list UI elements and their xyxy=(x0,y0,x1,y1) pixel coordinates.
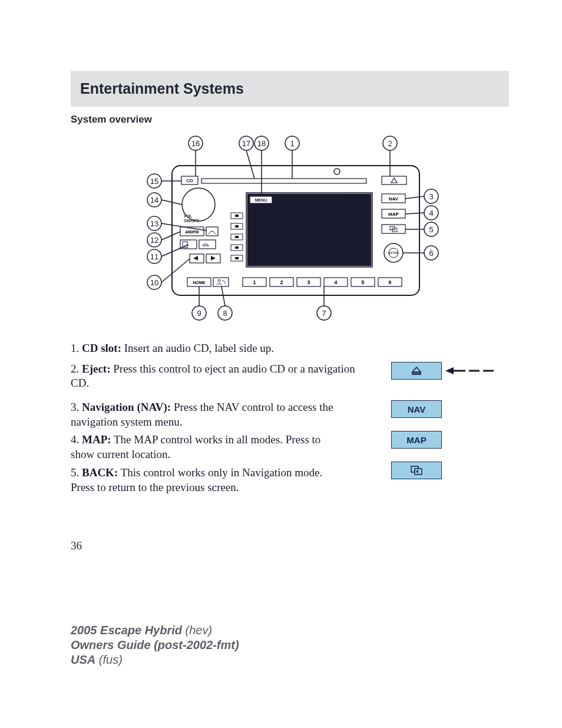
svg-line-102 xyxy=(222,286,225,306)
svg-text:1: 1 xyxy=(253,279,256,285)
item-4: 4. MAP: The MAP control works in all mod… xyxy=(71,433,346,462)
enter-label: ENTER xyxy=(389,251,399,255)
svg-text:7: 7 xyxy=(322,309,326,318)
svg-text:6: 6 xyxy=(388,279,391,285)
footer-line-2: Owners Guide (post-2002-fmt) xyxy=(71,638,509,653)
back-icon xyxy=(411,466,422,475)
item-5: 5. BACK: This control works only in Navi… xyxy=(71,466,346,495)
menu-label: MENU xyxy=(255,198,267,202)
compat-label: CD CHANGER COMPATIBLE xyxy=(339,194,371,197)
map-button-graphic: MAP xyxy=(391,431,442,449)
svg-line-93 xyxy=(161,245,189,256)
svg-text:4: 4 xyxy=(334,279,337,285)
svg-rect-7 xyxy=(247,194,371,266)
svg-line-69 xyxy=(405,196,424,199)
svg-rect-32 xyxy=(382,225,405,233)
item-3: 3. Navigation (NAV): Press the NAV contr… xyxy=(71,400,346,429)
svg-marker-108 xyxy=(445,367,454,374)
svg-text:6: 6 xyxy=(429,249,433,258)
page-title: Entertainment Systems xyxy=(80,80,500,97)
svg-text:5: 5 xyxy=(429,225,433,234)
item-2: 2. Eject: Press this control to eject an… xyxy=(71,362,368,391)
svg-text:2: 2 xyxy=(280,279,283,285)
svg-text:1: 1 xyxy=(290,139,294,148)
back-button-graphic xyxy=(391,462,442,479)
svg-marker-17 xyxy=(193,256,198,261)
svg-text:18: 18 xyxy=(257,139,266,148)
svg-rect-25 xyxy=(235,236,239,238)
svg-text:5: 5 xyxy=(361,279,364,285)
item-1: 1. CD slot: Insert an audio CD, label si… xyxy=(71,341,509,356)
svg-marker-19 xyxy=(211,256,216,261)
onoff-label: ON/OFF xyxy=(184,219,200,223)
svg-rect-38 xyxy=(213,278,229,286)
footer-line-1: 2005 Escape Hybrid (hev) xyxy=(71,623,509,638)
system-diagram: CD VOL ON/OFF CD CHANGER COMPATIBLE MENU… xyxy=(137,130,443,327)
svg-text:8: 8 xyxy=(223,309,227,318)
svg-text:15: 15 xyxy=(150,177,158,186)
svg-rect-23 xyxy=(235,225,239,228)
eject-button-graphic xyxy=(391,362,442,380)
svg-text:3: 3 xyxy=(307,279,310,285)
svg-text:3: 3 xyxy=(429,192,433,201)
preset-buttons: 1 2 3 4 5 6 xyxy=(243,278,402,286)
map-label: MAP xyxy=(388,212,399,217)
svg-line-90 xyxy=(161,232,180,240)
subheading: System overview xyxy=(71,114,509,126)
cd-label: CD xyxy=(186,178,193,183)
svg-rect-107 xyxy=(412,373,421,374)
svg-text:2: 2 xyxy=(388,139,392,148)
svg-text:14: 14 xyxy=(150,196,158,205)
pointer-arrow-icon xyxy=(445,367,498,375)
svg-marker-5 xyxy=(391,178,397,183)
svg-text:17: 17 xyxy=(242,139,250,148)
svg-text:13: 13 xyxy=(150,219,158,228)
svg-text:10: 10 xyxy=(150,278,158,287)
page: Entertainment Systems System overview CD… xyxy=(0,0,562,691)
svg-rect-2 xyxy=(201,179,366,183)
svg-rect-29 xyxy=(235,257,239,259)
vol-label: VOL xyxy=(184,214,193,218)
svg-text:16: 16 xyxy=(191,139,200,148)
svg-line-96 xyxy=(161,259,190,282)
svg-point-3 xyxy=(334,169,340,174)
svg-text:12: 12 xyxy=(150,236,158,245)
footer-line-3: USA (fus) xyxy=(71,653,509,667)
svg-point-39 xyxy=(218,279,220,282)
amfm-label: AM/FM xyxy=(186,230,199,234)
item-2-row: 2. Eject: Press this control to eject an… xyxy=(71,362,509,391)
footer: 2005 Escape Hybrid (hev) Owners Guide (p… xyxy=(71,623,509,667)
lower-items-row: 3. Navigation (NAV): Press the NAV contr… xyxy=(71,400,509,498)
eject-icon xyxy=(411,367,422,375)
nav-button-graphic: NAV xyxy=(391,400,442,418)
home-label: HOME xyxy=(193,281,206,285)
svg-text:9: 9 xyxy=(197,309,201,318)
nav-label: NAV xyxy=(389,196,399,202)
svg-marker-106 xyxy=(412,367,421,372)
page-number: 36 xyxy=(71,539,509,552)
svg-line-57 xyxy=(246,150,254,179)
svg-text:11: 11 xyxy=(150,252,158,261)
section-header: Entertainment Systems xyxy=(71,71,509,107)
svg-text:4: 4 xyxy=(429,209,433,218)
diagram-svg: CD VOL ON/OFF CD CHANGER COMPATIBLE MENU… xyxy=(137,130,443,325)
svg-rect-27 xyxy=(235,246,239,249)
svg-rect-21 xyxy=(235,215,239,217)
svg-line-72 xyxy=(405,213,424,214)
